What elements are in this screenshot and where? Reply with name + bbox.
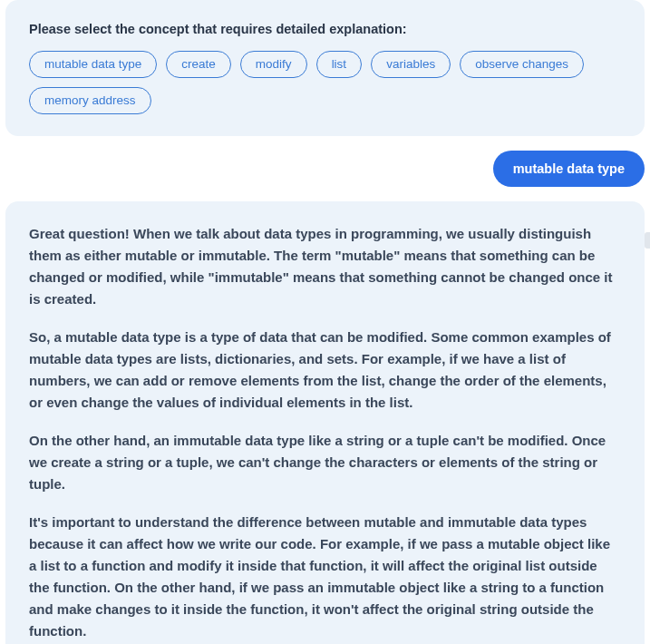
answer-paragraph: On the other hand, an immutable data typ… <box>29 430 621 495</box>
side-handle-icon[interactable] <box>645 232 650 249</box>
assistant-answer-bubble: Great question! When we talk about data … <box>5 201 645 644</box>
concept-prompt-title: Please select the concept that requires … <box>29 22 621 36</box>
answer-paragraph: It's important to understand the differe… <box>29 512 621 642</box>
user-message-bubble: mutable data type <box>493 151 645 187</box>
chip-list[interactable]: list <box>316 51 363 78</box>
user-message-row: mutable data type <box>5 151 645 187</box>
concept-chip-row: mutable data type create modify list var… <box>29 51 621 114</box>
chip-create[interactable]: create <box>166 51 231 78</box>
answer-paragraph: Great question! When we talk about data … <box>29 223 621 310</box>
chip-variables[interactable]: variables <box>371 51 451 78</box>
chip-observe-changes[interactable]: observe changes <box>460 51 584 78</box>
concept-selector-bubble: Please select the concept that requires … <box>5 0 645 136</box>
chip-mutable-data-type[interactable]: mutable data type <box>29 51 157 78</box>
chat-container: Please select the concept that requires … <box>0 0 650 644</box>
answer-paragraph: So, a mutable data type is a type of dat… <box>29 327 621 414</box>
chip-modify[interactable]: modify <box>240 51 307 78</box>
chip-memory-address[interactable]: memory address <box>29 87 151 114</box>
